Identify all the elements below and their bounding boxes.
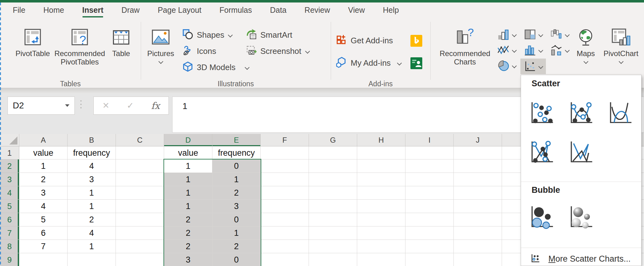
cell-A5[interactable]: 4 — [19, 200, 68, 213]
cell-J5[interactable] — [454, 200, 502, 213]
cell-A6[interactable]: 5 — [19, 213, 68, 226]
row-header-3[interactable]: 3 — [0, 173, 19, 186]
cell-G8[interactable] — [309, 240, 357, 253]
maps-button[interactable]: Maps — [572, 26, 599, 63]
cell-F5[interactable] — [261, 200, 309, 213]
ribbon-tab-draw[interactable]: Draw — [112, 2, 149, 17]
cell-G5[interactable] — [309, 200, 357, 213]
ribbon-tab-home[interactable]: Home — [34, 2, 73, 17]
row-header-7[interactable]: 7 — [0, 226, 19, 240]
cell-B6[interactable]: 2 — [68, 213, 116, 226]
column-header-J[interactable]: J — [454, 134, 502, 146]
cell-E2[interactable]: 0 — [212, 159, 261, 173]
ribbon-tab-formulas[interactable]: Formulas — [211, 2, 261, 17]
cell-D5[interactable]: 1 — [164, 200, 212, 213]
pivotchart-button[interactable]: PivotChart — [599, 26, 643, 63]
more-scatter-charts-menu-item[interactable]: More Scatter Charts... — [521, 251, 641, 266]
column-chart-button[interactable] — [494, 27, 519, 42]
cell-F6[interactable] — [261, 213, 309, 226]
pie-chart-button[interactable] — [494, 59, 519, 73]
cell-F2[interactable] — [261, 159, 309, 173]
row-header-5[interactable]: 5 — [0, 200, 19, 213]
cell-H5[interactable] — [357, 200, 405, 213]
cell-B8[interactable]: 1 — [68, 240, 116, 253]
scatter-chart-button[interactable] — [520, 59, 546, 74]
cell-F9[interactable] — [261, 253, 309, 266]
cell-B9[interactable] — [68, 253, 116, 266]
select-all-corner[interactable] — [0, 134, 19, 146]
cell-G4[interactable] — [309, 186, 357, 200]
cell-D9[interactable]: 3 — [164, 253, 212, 266]
cell-C5[interactable] — [116, 200, 164, 213]
cell-E7[interactable]: 1 — [212, 226, 261, 240]
cell-H4[interactable] — [357, 186, 405, 200]
cell-H2[interactable] — [357, 159, 405, 173]
column-header-C[interactable]: C — [116, 134, 164, 146]
cell-J4[interactable] — [454, 186, 502, 200]
cell-B2[interactable]: 4 — [68, 159, 116, 173]
table-button[interactable]: Table — [107, 26, 135, 58]
cell-C1[interactable] — [116, 146, 164, 159]
line-chart-button[interactable] — [494, 43, 519, 57]
cell-J7[interactable] — [454, 226, 502, 240]
cell-H8[interactable] — [357, 240, 405, 253]
cell-E8[interactable]: 2 — [212, 240, 261, 253]
shapes-button[interactable]: Shapes — [182, 28, 232, 42]
column-header-D[interactable]: D — [164, 134, 212, 146]
cell-F7[interactable] — [261, 226, 309, 240]
column-header-B[interactable]: B — [68, 134, 116, 146]
cell-G7[interactable] — [309, 226, 357, 240]
cell-I2[interactable] — [405, 159, 454, 173]
cell-A7[interactable]: 6 — [19, 226, 68, 240]
cell-A4[interactable]: 3 — [19, 186, 68, 200]
cell-F1[interactable] — [261, 146, 309, 159]
column-header-I[interactable]: I — [405, 134, 454, 146]
cell-E3[interactable]: 1 — [212, 173, 261, 186]
screenshot-button[interactable]: Screenshot — [246, 44, 309, 58]
cell-C9[interactable] — [116, 253, 164, 266]
cell-I5[interactable] — [405, 200, 454, 213]
3d-models-button[interactable]: 3D Models — [182, 60, 249, 74]
cell-B7[interactable]: 4 — [68, 226, 116, 240]
formula-bar-grip-icon[interactable] — [80, 100, 82, 108]
my-add-ins-button[interactable]: My Add-ins — [336, 56, 401, 70]
ribbon-tab-file[interactable]: File — [4, 2, 34, 17]
row-header-4[interactable]: 4 — [0, 186, 19, 200]
combo-chart-button[interactable] — [547, 43, 572, 57]
ribbon-tab-view[interactable]: View — [339, 2, 374, 17]
cell-I4[interactable] — [405, 186, 454, 200]
cell-J9[interactable] — [454, 253, 502, 266]
row-header-8[interactable]: 8 — [0, 240, 19, 253]
cell-A3[interactable]: 2 — [19, 173, 68, 186]
column-header-E[interactable]: E — [212, 134, 261, 146]
cell-D8[interactable]: 2 — [164, 240, 212, 253]
ribbon-tab-help[interactable]: Help — [374, 2, 408, 17]
cell-J3[interactable] — [454, 173, 502, 186]
smartart-button[interactable]: SmartArt — [246, 28, 292, 42]
cell-F3[interactable] — [261, 173, 309, 186]
name-box-dropdown-icon[interactable] — [65, 104, 69, 107]
cell-F4[interactable] — [261, 186, 309, 200]
bubble-3d-option[interactable] — [566, 203, 595, 232]
cell-B5[interactable]: 1 — [68, 200, 116, 213]
cell-D6[interactable]: 2 — [164, 213, 212, 226]
name-box[interactable]: D2 — [7, 97, 75, 115]
cell-B4[interactable]: 1 — [68, 186, 116, 200]
column-header-H[interactable]: H — [357, 134, 405, 146]
column-header-G[interactable]: G — [309, 134, 357, 146]
cell-A8[interactable]: 7 — [19, 240, 68, 253]
bing-maps-addin-icon[interactable] — [410, 35, 422, 48]
cell-I1[interactable] — [405, 146, 454, 159]
cancel-icon[interactable]: ✕ — [102, 101, 110, 111]
scatter-with-straight-lines-option[interactable] — [566, 139, 595, 167]
cell-D4[interactable]: 1 — [164, 186, 212, 200]
waterfall-chart-button[interactable] — [547, 27, 572, 42]
cell-C8[interactable] — [116, 240, 164, 253]
ribbon-tab-review[interactable]: Review — [296, 2, 339, 17]
recommended-pivottables-button[interactable]: ? Recommended PivotTables — [52, 26, 108, 66]
cell-C6[interactable] — [116, 213, 164, 226]
row-header-6[interactable]: 6 — [0, 213, 19, 226]
cell-E4[interactable]: 2 — [212, 186, 261, 200]
cell-E9[interactable]: 0 — [212, 253, 261, 266]
scatter-with-straight-lines-and-markers-option[interactable] — [527, 139, 556, 167]
